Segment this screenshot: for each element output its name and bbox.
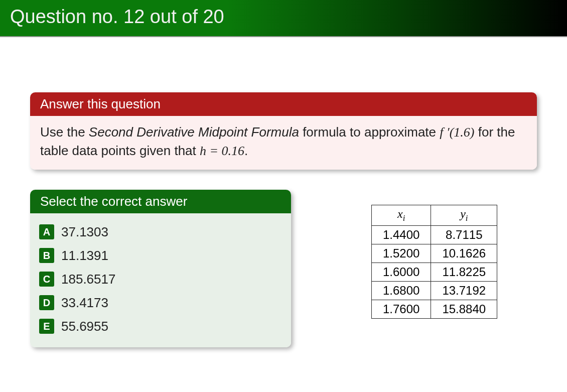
cell-x: 1.6000 xyxy=(372,263,431,281)
y-sym: y xyxy=(460,207,466,220)
table-row: 1.6800 13.7192 xyxy=(372,281,497,300)
option-value: 11.1391 xyxy=(61,248,108,264)
slide-header: Question no. 12 out of 20 xyxy=(0,0,567,37)
option-value: 37.1303 xyxy=(61,224,108,240)
q-text-mid: formula to approximate xyxy=(299,124,440,140)
option-letter: A xyxy=(39,224,54,239)
q-formula-name: Second Derivative Midpoint Formula xyxy=(89,124,299,140)
table-header-row: xi yi xyxy=(372,205,497,225)
q-dot: . xyxy=(244,143,248,158)
answer-heading: Select the correct answer xyxy=(30,190,291,213)
lower-row: Select the correct answer A 37.1303 B 11… xyxy=(30,190,537,347)
data-table: xi yi 1.4400 8.7115 1.5200 10.1626 1.600… xyxy=(371,205,497,319)
table-row: 1.7600 15.8840 xyxy=(372,300,497,318)
answer-option-e[interactable]: E 55.6955 xyxy=(39,315,282,338)
x-sub: i xyxy=(403,213,405,223)
answer-option-a[interactable]: A 37.1303 xyxy=(39,220,282,244)
cell-x: 1.5200 xyxy=(372,244,431,263)
table-row: 1.5200 10.1626 xyxy=(372,244,497,263)
cell-x: 1.7600 xyxy=(372,300,431,318)
x-sym: x xyxy=(397,207,403,220)
q-text-prefix: Use the xyxy=(40,124,89,140)
option-letter: C xyxy=(39,272,54,287)
answer-option-b[interactable]: B 11.1391 xyxy=(39,244,282,268)
col-header-y: yi xyxy=(431,205,497,225)
content-area: Answer this question Use the Second Deri… xyxy=(0,37,567,347)
option-value: 185.6517 xyxy=(61,272,115,287)
table-row: 1.4400 8.7115 xyxy=(372,225,497,244)
col-header-x: xi xyxy=(372,205,431,225)
answer-option-c[interactable]: C 185.6517 xyxy=(39,268,282,291)
question-body: Use the Second Derivative Midpoint Formu… xyxy=(30,116,537,170)
cell-y: 13.7192 xyxy=(431,281,497,300)
cell-y: 11.8225 xyxy=(431,263,497,281)
header-title: Question no. 12 out of 20 xyxy=(10,6,224,27)
cell-y: 8.7115 xyxy=(431,225,497,244)
answer-body: A 37.1303 B 11.1391 C 185.6517 D 33.4173… xyxy=(30,213,291,347)
answer-box: Select the correct answer A 37.1303 B 11… xyxy=(30,190,291,347)
y-sub: i xyxy=(466,213,468,223)
cell-y: 15.8840 xyxy=(431,300,497,318)
cell-x: 1.6800 xyxy=(372,281,431,300)
cell-x: 1.4400 xyxy=(372,225,431,244)
answer-option-d[interactable]: D 33.4173 xyxy=(39,291,282,315)
cell-y: 10.1626 xyxy=(431,244,497,263)
question-heading: Answer this question xyxy=(30,92,537,116)
option-value: 55.6955 xyxy=(61,319,108,334)
q-h-expr: h = 0.16 xyxy=(200,144,244,158)
table-row: 1.6000 11.8225 xyxy=(372,263,497,281)
option-letter: E xyxy=(39,319,54,334)
option-letter: B xyxy=(39,248,54,263)
option-value: 33.4173 xyxy=(61,295,108,311)
option-letter: D xyxy=(39,295,54,310)
question-box: Answer this question Use the Second Deri… xyxy=(30,92,537,170)
q-fprime: f ′(1.6) xyxy=(440,125,474,140)
